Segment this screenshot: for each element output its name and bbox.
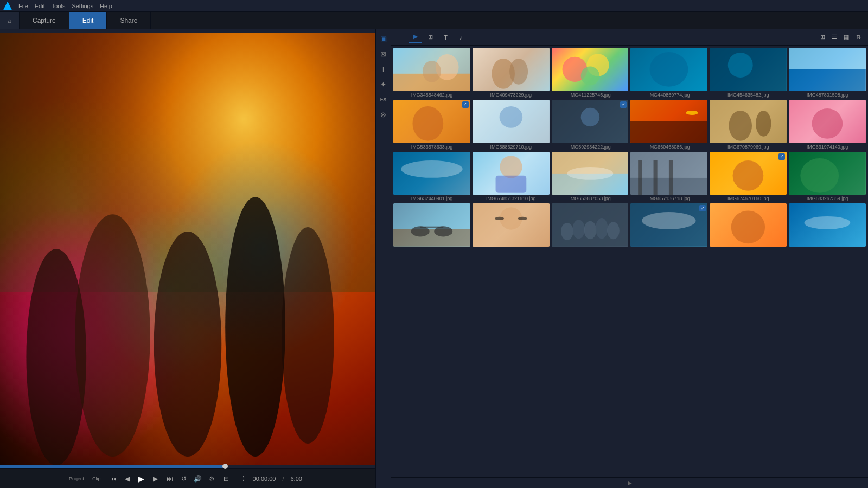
media-filename: IMG440869774.jpg [630, 92, 707, 98]
fx-tool-button[interactable]: FX [378, 93, 390, 105]
media-item[interactable]: IMG683267359.jpg [789, 152, 866, 202]
media-scroll[interactable]: IMG345548462.jpg IMG409473229.jpg [391, 46, 868, 477]
media-filename: IMG411225745.jpg [552, 92, 629, 98]
large-view-button[interactable]: ▦ [841, 32, 852, 43]
svg-point-70 [595, 218, 608, 239]
list-view-button[interactable]: ☰ [829, 32, 840, 43]
media-expand[interactable]: ▶ [391, 477, 868, 488]
svg-point-47 [567, 166, 613, 179]
media-thumb [552, 203, 629, 247]
volume-button[interactable]: 🔊 [192, 473, 204, 485]
expand-icon: ▶ [628, 480, 632, 486]
media-tab-video[interactable]: ▶ [409, 31, 422, 43]
fullscreen-button[interactable]: ⛶ [234, 473, 246, 485]
loop-button[interactable]: ↺ [178, 473, 190, 485]
settings-button2[interactable]: ⚙ [206, 473, 218, 485]
link-tool-button[interactable]: ⊗ [378, 108, 390, 120]
thumb-svg [710, 100, 787, 143]
media-item[interactable]: ✓ IMG533578633.jpg [393, 100, 470, 150]
media-filename: IMG533578633.jpg [393, 144, 470, 150]
media-item[interactable] [393, 203, 470, 248]
media-filename: IMG683267359.jpg [789, 196, 866, 201]
effects-tool-button[interactable]: ✦ [378, 78, 390, 90]
svg-point-34 [686, 111, 699, 115]
media-item[interactable] [789, 203, 866, 248]
grid-view-button[interactable]: ⊞ [817, 32, 828, 43]
media-thumb [552, 48, 629, 91]
media-item[interactable]: IMG409473229.jpg [473, 48, 550, 98]
media-thumb [789, 100, 866, 143]
media-filename: IMG632440901.jpg [393, 196, 470, 201]
titles-tool-button[interactable]: T [378, 63, 390, 75]
menu-settings[interactable]: Settings [72, 3, 93, 9]
media-item[interactable]: IMG653687053.jpg [552, 152, 629, 202]
media-drag-handle: ····· [395, 35, 404, 39]
skip-start-button[interactable]: ⏮ [107, 473, 119, 485]
thumb-svg [393, 203, 470, 247]
media-item[interactable]: IMG487801598.jpg [789, 48, 866, 98]
svg-point-59 [411, 227, 430, 237]
media-tabs: ····· ▶ ⊞ T ♪ ⊞ ☰ ▦ ⇅ [391, 29, 868, 46]
progress-bar[interactable] [0, 465, 375, 468]
thumb-svg [630, 100, 707, 143]
media-item[interactable]: ✓ [630, 203, 707, 248]
media-item[interactable]: IMG440869774.jpg [630, 48, 707, 98]
progress-fill [0, 465, 225, 468]
media-item[interactable]: IMG674851321610.jpg [473, 152, 550, 202]
thumb-svg [630, 48, 707, 91]
media-thumb [473, 48, 550, 91]
tab-edit[interactable]: Edit [69, 12, 107, 29]
tab-share[interactable]: Share [107, 12, 151, 29]
preview-svg [0, 33, 375, 465]
media-item[interactable]: ✓ IMG674670160.jpg [710, 152, 787, 202]
menu-help[interactable]: Help [100, 3, 112, 9]
media-tool-button[interactable]: ▣ [378, 33, 390, 44]
menu-file[interactable]: File [18, 3, 28, 9]
home-button[interactable]: ⌂ [0, 12, 20, 29]
menu-edit[interactable]: Edit [35, 3, 45, 9]
menu-tools[interactable]: Tools [52, 3, 66, 9]
thumb-svg [552, 48, 629, 91]
media-grid: IMG345548462.jpg IMG409473229.jpg [391, 46, 868, 250]
thumb-svg [710, 203, 787, 247]
next-frame-button[interactable]: ▶ [150, 473, 162, 485]
media-tab-audio[interactable]: ♪ [455, 31, 468, 43]
media-item[interactable]: IMG631974140.jpg [789, 100, 866, 150]
media-item[interactable] [473, 203, 550, 248]
svg-point-43 [500, 156, 522, 178]
media-item[interactable]: IMG632440901.jpg [393, 152, 470, 202]
media-item[interactable]: IMG657136718.jpg [630, 152, 707, 202]
svg-point-36 [729, 111, 752, 141]
tab-capture[interactable]: Capture [20, 12, 69, 29]
progress-handle[interactable] [222, 464, 228, 469]
media-filename: IMG454635482.jpg [710, 92, 787, 98]
skip-end-button[interactable]: ⏭ [164, 473, 176, 485]
svg-point-13 [423, 61, 441, 82]
media-item[interactable]: ✓ IMG592934222.jpg [552, 100, 629, 150]
svg-point-31 [580, 107, 599, 126]
media-item[interactable] [710, 203, 787, 248]
media-filename: IMG653687053.jpg [552, 196, 629, 201]
svg-rect-50 [639, 160, 642, 195]
transitions-tool-button[interactable]: ⊠ [378, 48, 390, 60]
svg-point-9 [282, 227, 334, 444]
media-item[interactable]: IMG670879969.jpg [710, 100, 787, 150]
media-filename: IMG588629710.jpg [473, 144, 550, 150]
prev-frame-button[interactable]: ◀ [122, 473, 133, 485]
media-item[interactable]: IMG411225745.jpg [552, 48, 629, 98]
thumb-svg [630, 203, 707, 247]
media-tab-photo[interactable]: ⊞ [424, 31, 437, 43]
media-item[interactable]: IMG660468086.jpg [630, 100, 707, 150]
thumb-svg [789, 100, 866, 143]
media-item[interactable] [552, 203, 629, 248]
play-button[interactable]: ▶ [136, 473, 148, 485]
preview-area [0, 33, 375, 465]
aspect-button[interactable]: ⊟ [220, 473, 232, 485]
media-thumb [789, 203, 866, 247]
media-item[interactable]: IMG345548462.jpg [393, 48, 470, 98]
thumb-svg [552, 100, 629, 143]
media-item[interactable]: IMG588629710.jpg [473, 100, 550, 150]
sort-button[interactable]: ⇅ [853, 32, 864, 43]
media-item[interactable]: IMG454635482.jpg [710, 48, 787, 98]
media-tab-text[interactable]: T [439, 31, 452, 43]
